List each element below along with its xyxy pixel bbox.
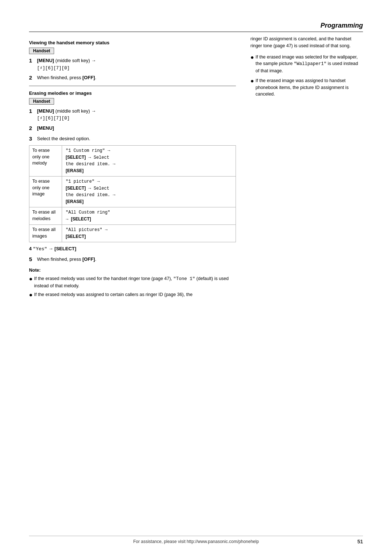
table-cell-left-image: To eraseonly oneimage — [29, 177, 62, 207]
table-cell-right-melody: "1 Custom ring" → [SELECT] → Select the … — [62, 146, 236, 176]
step-num-3e: 3 — [29, 135, 37, 143]
note-heading: Note: — [29, 267, 236, 274]
step-5-erase: 5 When finished, press [OFF]. — [29, 256, 236, 264]
step-1-erase: 1 [MENU] (middle soft key) →[♯][6][7][0] — [29, 108, 236, 122]
select-label-melody: [SELECT] — [66, 155, 86, 160]
right-bullet-1: ● If the erased image was selected for t… — [250, 54, 363, 74]
yes-code: "Yes" — [33, 246, 47, 252]
left-column: Viewing the handset memory status Handse… — [29, 36, 236, 300]
bullet-icon-2: ● — [29, 291, 34, 299]
page-title: Programming — [29, 22, 363, 32]
table-row-erase-image: To eraseonly oneimage "1 picture" → [SEL… — [29, 177, 236, 207]
table-cell-right-image: "1 picture" → [SELECT] → Select the desi… — [62, 177, 236, 207]
right-intro-text: ringer ID assignment is canceled, and th… — [250, 36, 363, 49]
note-2-text: If the erased melody was assigned to cer… — [34, 291, 236, 298]
select-label-image: [SELECT] — [66, 186, 86, 191]
table-row-erase-all-melodies: To erase allmelodies "All Custom ring" →… — [29, 207, 236, 225]
wallpaper-code: "Wallpaper1" — [294, 61, 327, 66]
step-2e-content: [MENU] — [37, 125, 236, 132]
step-3e-content: Select the desired option. — [37, 135, 236, 142]
note-2: ● If the erased melody was assigned to c… — [29, 291, 236, 299]
off-label-2: [OFF] — [82, 256, 95, 262]
table-cell-right-all-images: "All pictures" → [SELECT] — [62, 225, 236, 242]
menu-label-1v: [MENU] — [37, 58, 54, 63]
menu-label-2e: [MENU] — [37, 125, 54, 131]
two-column-layout: Viewing the handset memory status Handse… — [29, 36, 363, 300]
step-2-view: 2 When finished, press [OFF]. — [29, 74, 236, 82]
handset-badge-1: Handset — [29, 48, 54, 54]
step-1v-content: [MENU] (middle soft key) →[♯][6][7][0] — [37, 57, 236, 72]
step-num-5e: 5 — [29, 255, 37, 264]
table-cell-left-all-images: To erase allimages — [29, 225, 62, 242]
note-1-text: If the erased melody was used for the ha… — [34, 275, 236, 289]
page-number: 51 — [357, 539, 363, 544]
step-4-erase: 4 "Yes" → [SELECT] — [29, 245, 236, 253]
step-num-2e: 2 — [29, 124, 37, 133]
step-2v-content: When finished, press [OFF]. — [37, 74, 236, 81]
step-2-erase: 2 [MENU] — [29, 125, 236, 133]
section1-heading: Viewing the handset memory status — [29, 40, 236, 45]
select-label-all-images: [SELECT] — [66, 234, 86, 239]
right-bullet-1-text: If the erased image was selected for the… — [256, 54, 363, 74]
right-bullet-2-text: If the erased image was assigned to hand… — [256, 77, 363, 98]
table-cell-left-all-melodies: To erase allmelodies — [29, 207, 62, 224]
erase-label-image: [ERASE] — [66, 199, 83, 204]
section2-heading: Erasing melodies or images — [29, 90, 236, 96]
right-bullet-icon-2: ● — [250, 77, 256, 85]
page-footer: For assistance, please visit http://www.… — [29, 536, 363, 544]
menu-code-1e: [♯][6][7][0] — [37, 116, 70, 121]
right-bullet-2: ● If the erased image was assigned to ha… — [250, 77, 363, 98]
select-label-all-melodies: [SELECT] — [71, 216, 91, 222]
bullet-icon-1: ● — [29, 275, 34, 283]
step-num-4e: 4 — [29, 246, 32, 251]
menu-label-1e: [MENU] — [37, 108, 54, 114]
step-num-1v: 1 — [29, 57, 37, 65]
section-viewing-memory: Viewing the handset memory status Handse… — [29, 40, 236, 82]
right-column: ringer ID assignment is canceled, and th… — [250, 36, 363, 300]
section-erasing: Erasing melodies or images Handset 1 [ME… — [29, 90, 236, 299]
divider-1 — [29, 86, 236, 86]
footer-text: For assistance, please visit http://www.… — [133, 539, 259, 544]
table-row-erase-melody: To eraseonly onemelody "1 Custom ring" →… — [29, 146, 236, 177]
erase-label-melody: [ERASE] — [66, 168, 83, 173]
table-cell-right-all-melodies: "All Custom ring" → [SELECT] — [62, 207, 236, 224]
off-label-1: [OFF] — [82, 75, 95, 80]
select-label-step4: [SELECT] — [54, 246, 76, 251]
step-1e-content: [MENU] (middle soft key) →[♯][6][7][0] — [37, 108, 236, 122]
table-row-erase-all-images: To erase allimages "All pictures" → [SEL… — [29, 225, 236, 242]
step-1-view: 1 [MENU] (middle soft key) →[♯][6][7][0] — [29, 57, 236, 72]
note-1: ● If the erased melody was used for the … — [29, 275, 236, 289]
tone-code: "Tone 1" — [173, 276, 195, 281]
notes-section: Note: ● If the erased melody was used fo… — [29, 267, 236, 299]
table-cell-left-melody: To eraseonly onemelody — [29, 146, 62, 176]
menu-code-1v: [♯][6][7][0] — [37, 66, 70, 71]
step-num-1e: 1 — [29, 107, 37, 116]
right-bullet-icon-1: ● — [250, 54, 256, 61]
page: Programming Viewing the handset memory s… — [0, 0, 392, 555]
step-3-erase: 3 Select the desired option. — [29, 135, 236, 143]
options-table: To eraseonly onemelody "1 Custom ring" →… — [29, 145, 236, 242]
step-num-2v: 2 — [29, 74, 37, 82]
handset-badge-2: Handset — [29, 98, 54, 105]
step-5e-content: When finished, press [OFF]. — [37, 256, 236, 263]
